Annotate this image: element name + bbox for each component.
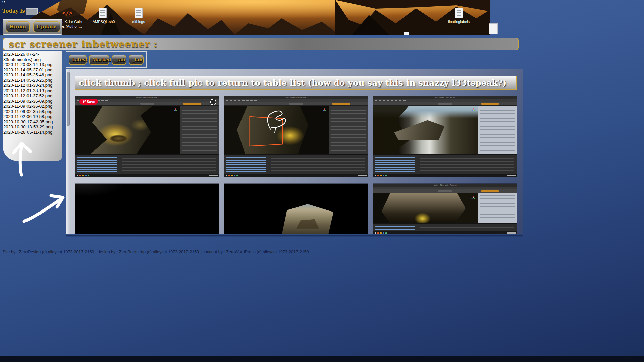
taskbar-clock [358, 175, 367, 176]
file-list-item[interactable]: 2020-11-26 07-24-33(in5minutes).png [3, 52, 62, 62]
desktop-icon-label: floatinglabels [440, 19, 477, 24]
axis-gizmo-icon [173, 107, 178, 113]
file-list-item[interactable]: 2020-11-12 01-38-13.png [3, 88, 62, 94]
home-button[interactable]: Home [6, 21, 30, 32]
taskbar-icon [231, 175, 233, 176]
editor-titlebar: Unity - New Unity Project [373, 96, 517, 99]
file-list-item[interactable]: 2020-11-14 05-23-25.png [3, 78, 62, 83]
screenshot-thumbnail-4[interactable] [75, 184, 219, 234]
file-list-item[interactable]: 2020-11-09 02-36-02.png [3, 104, 62, 109]
editor-titlebar: Unity - New Unity Project [373, 184, 517, 187]
taskbar-icon [385, 232, 387, 234]
taskbar-icon [383, 232, 384, 234]
axis-gizmo-icon [322, 107, 327, 113]
file-list-item[interactable]: 2020-11-09 02-35-58.png [3, 109, 62, 114]
content-bottom-shadow [66, 235, 523, 237]
taskbar-clock [507, 232, 516, 234]
scene-viewport [224, 106, 329, 154]
file-list-item[interactable]: 2020-10-28 05-11-14.png [3, 130, 62, 135]
pinterest-logo-icon: P [82, 99, 85, 104]
file-list-item[interactable]: 2020-11-02 06-19-58.png [3, 114, 62, 119]
desktop-icon-elthings[interactable]: elthings [120, 8, 157, 24]
desktop-icon-label: LAMPSQL.sh0 [84, 19, 121, 24]
thumbnail-gallery-panel: click thumb ; click full pic to return t… [66, 69, 523, 234]
pinterest-save-label: Save [87, 100, 95, 104]
cave-opening [282, 204, 333, 234]
page-header-bar: scr screener inbetweener : [3, 38, 519, 50]
footer-credits: Site by : ZeroDesign (c) alleycat 1973-2… [3, 250, 309, 254]
tab-placeholder-2[interactable]: _tab [129, 55, 144, 65]
inspector-panel [478, 106, 517, 154]
editor-toolbar [373, 189, 517, 193]
screenshot-thumbnail-1[interactable]: P Save Unity - New Unity Project [75, 96, 219, 177]
taskbar-icon [377, 232, 379, 234]
taskbar-clock [209, 175, 218, 176]
instruction-banner: click thumb ; click full pic to return t… [75, 76, 517, 90]
file-list-item[interactable]: 2020-11-12 01-38-24.png [3, 83, 62, 88]
inspector-panel [329, 106, 368, 154]
document-icon [455, 8, 463, 18]
taskbar-icon [377, 175, 379, 176]
editor-menubar [224, 99, 368, 102]
file-list-item[interactable]: 2020-10-30 13-53-29.png [3, 124, 62, 130]
taskbar-icon [383, 175, 384, 176]
desktop-icon-unlabeled[interactable] [489, 23, 498, 34]
cart-prop [109, 135, 128, 142]
screenshot-thumbnail-2[interactable]: Unity - New Unity Project [224, 96, 368, 177]
axis-gizmo-icon [471, 107, 476, 113]
editor-body [75, 106, 219, 154]
screenshot-thumbnail-5[interactable] [224, 184, 368, 234]
editor-menubar [373, 187, 517, 189]
tab-placeholder-1[interactable]: _tab [112, 55, 126, 65]
taskbar-icon [385, 175, 387, 176]
right-arrow-shaft [24, 198, 62, 221]
expand-fullscreen-icon[interactable] [210, 99, 216, 105]
cliff-silhouette [373, 193, 478, 223]
file-list-item[interactable]: 2020-11-14 05-27-01.png [3, 67, 62, 73]
os-taskbar [373, 231, 517, 234]
tab-latest[interactable]: Latest [69, 55, 87, 65]
taskbar-icon [234, 175, 235, 176]
taskbar-icon [79, 175, 81, 176]
view-tabs-box: Latest Marked _tab _tab [66, 51, 147, 68]
bottom-dark-strip [0, 356, 644, 362]
project-panel [373, 154, 517, 174]
project-panel [75, 154, 219, 174]
taskbar-icon [375, 175, 376, 176]
file-list-item[interactable]: 2020-11-12 01-37-52.png [3, 93, 62, 99]
file-list-item[interactable]: 2020-11-09 02-36-09.png [3, 99, 62, 104]
editor-toolbar [224, 102, 368, 106]
instruction-banner-text: click thumb ; click full pic to return t… [75, 78, 506, 88]
file-list-sidebar: 2020-11-26 07-24-33(in5minutes).png 2020… [3, 51, 62, 161]
taskbar-clock [507, 175, 516, 176]
os-taskbar [75, 174, 219, 177]
document-icon [135, 8, 143, 18]
file-list-item[interactable]: 2020-11-20 08-14-13.png [3, 62, 62, 67]
inspector-panel [478, 193, 517, 223]
scene-viewport [373, 193, 478, 223]
desktop-icon-floatinglabels[interactable]: floatinglabels [440, 8, 477, 24]
desktop-icon-lampsql[interactable]: LAMPSQL.sh0 [84, 8, 121, 24]
scene-viewport [373, 106, 478, 154]
desktop-icon-label: elthings [120, 19, 157, 24]
corner-gray-chip [26, 8, 38, 15]
scene-viewport [75, 106, 180, 154]
site-nav-box: Home Update [3, 19, 62, 35]
os-taskbar [373, 174, 517, 177]
gallery-scrollbar-track[interactable] [66, 69, 70, 234]
taskbar-icon [228, 175, 230, 176]
project-panel [224, 154, 368, 174]
selected-mesh [394, 120, 444, 141]
screenshot-thumbnail-6[interactable]: Unity - New Unity Project [373, 184, 517, 234]
inspector-panel [180, 106, 219, 154]
screenshot-thumbnail-3[interactable]: Unity - New Unity Project [373, 96, 517, 177]
pinterest-save-button[interactable]: P Save [79, 99, 98, 105]
taskbar-icon [85, 175, 87, 176]
file-list-item[interactable]: 2020-10-30 17-42-05.png [3, 119, 62, 125]
update-button[interactable]: Update [33, 21, 60, 32]
tab-marked[interactable]: Marked [89, 55, 109, 65]
os-taskbar [224, 174, 368, 177]
file-list-item[interactable]: 2020-11-14 05-25-46.png [3, 72, 62, 78]
gallery-scrollbar-thumb[interactable] [67, 72, 70, 126]
editor-body [373, 106, 517, 154]
